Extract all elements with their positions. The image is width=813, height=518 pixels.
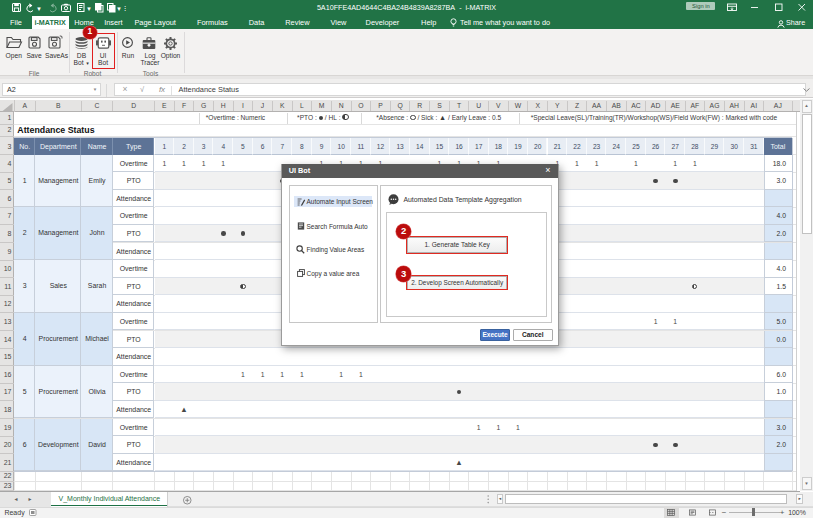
svg-text:▼: ▼ [116,6,122,12]
svg-text:▼: ▼ [36,6,42,12]
svg-text:⁝: ⁝ [124,5,126,12]
svg-text:▼: ▼ [86,6,92,12]
